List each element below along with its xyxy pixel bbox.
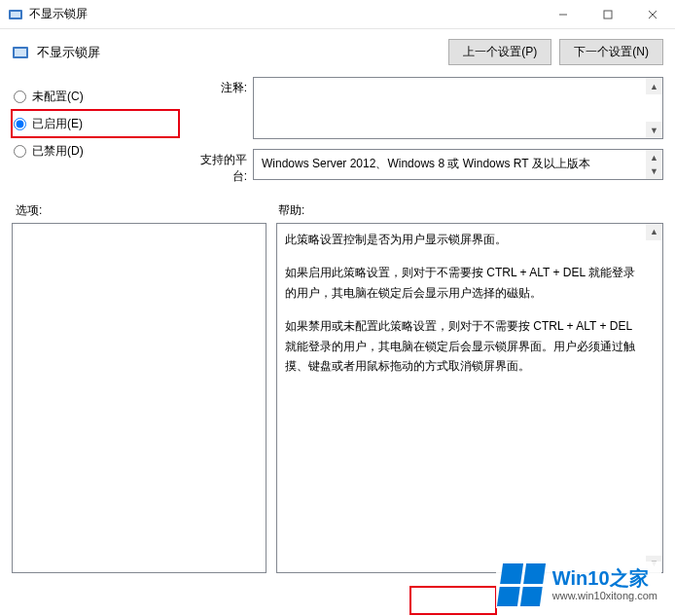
close-button[interactable] (630, 0, 675, 29)
section-labels: 选项: 帮助: (0, 195, 675, 223)
help-scroll-up-icon[interactable]: ▲ (646, 224, 662, 240)
radio-enabled-label: 已启用(E) (32, 116, 83, 132)
watermark: Win10之家 www.win10xitong.com (496, 562, 661, 608)
minimize-button[interactable] (541, 0, 586, 29)
options-label: 选项: (12, 202, 274, 219)
radio-group: 未配置(C) 已启用(E) 已禁用(D) (12, 77, 179, 195)
help-panel: 此策略设置控制是否为用户显示锁屏界面。 如果启用此策略设置，则对于不需要按 CT… (276, 223, 663, 573)
svg-rect-7 (15, 49, 26, 56)
platform-row: 支持的平台: Windows Server 2012、Windows 8 或 W… (189, 149, 663, 185)
header: 不显示锁屏 上一个设置(P) 下一个设置(N) (0, 29, 675, 73)
fields: 注释: ▲ ▼ 支持的平台: Windows Server 2012、Windo… (189, 77, 663, 195)
titlebar: 不显示锁屏 (0, 0, 675, 29)
policy-name: 不显示锁屏 (37, 44, 100, 61)
platform-textbox: Windows Server 2012、Windows 8 或 Windows … (253, 149, 663, 180)
radio-enabled-input[interactable] (14, 118, 26, 130)
panels: 此策略设置控制是否为用户显示锁屏界面。 如果启用此策略设置，则对于不需要按 CT… (0, 223, 675, 573)
help-label: 帮助: (274, 202, 663, 219)
previous-setting-button[interactable]: 上一个设置(P) (448, 39, 551, 65)
help-paragraph-1: 此策略设置控制是否为用户显示锁屏界面。 (285, 230, 641, 249)
radio-disabled[interactable]: 已禁用(D) (12, 137, 179, 164)
next-setting-button[interactable]: 下一个设置(N) (559, 39, 663, 65)
policy-icon (12, 44, 29, 61)
watermark-url: www.win10xitong.com (552, 590, 657, 602)
radio-disabled-label: 已禁用(D) (32, 143, 84, 160)
window-title: 不显示锁屏 (29, 6, 88, 22)
radio-not-configured[interactable]: 未配置(C) (12, 83, 179, 110)
note-textbox[interactable]: ▲ ▼ (253, 77, 663, 139)
platform-value: Windows Server 2012、Windows 8 或 Windows … (262, 157, 590, 170)
app-icon (8, 7, 23, 22)
note-scroll-down-icon[interactable]: ▼ (646, 122, 662, 138)
platform-label: 支持的平台: (189, 149, 253, 185)
radio-not-configured-input[interactable] (14, 91, 26, 103)
config-area: 未配置(C) 已启用(E) 已禁用(D) 注释: ▲ ▼ 支持的平台: Wind… (0, 73, 675, 195)
maximize-button[interactable] (586, 0, 630, 29)
watermark-brand: Win10之家 (552, 567, 657, 590)
options-panel (12, 223, 266, 573)
windows-logo-icon (497, 563, 546, 606)
note-row: 注释: ▲ ▼ (189, 77, 663, 139)
note-scroll-up-icon[interactable]: ▲ (646, 78, 662, 94)
radio-not-configured-label: 未配置(C) (32, 89, 84, 105)
platform-scroll-down-icon[interactable]: ▼ (646, 163, 662, 179)
note-label: 注释: (189, 77, 253, 96)
help-paragraph-3: 如果禁用或未配置此策略设置，则对于不需要按 CTRL + ALT + DEL 就… (285, 316, 641, 376)
svg-rect-3 (604, 11, 612, 18)
radio-enabled[interactable]: 已启用(E) (12, 110, 179, 137)
svg-rect-1 (11, 12, 20, 18)
help-paragraph-2: 如果启用此策略设置，则对于不需要按 CTRL + ALT + DEL 就能登录的… (285, 263, 641, 303)
ok-button-highlight (409, 586, 497, 615)
radio-disabled-input[interactable] (14, 145, 26, 158)
